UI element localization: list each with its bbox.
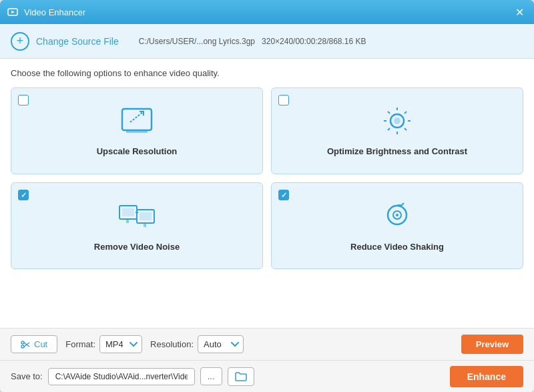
option-noise-label: Remove Video Noise	[94, 242, 180, 252]
option-upscale[interactable]: Upscale Resolution	[11, 87, 263, 174]
svg-point-27	[21, 345, 24, 348]
resolution-select[interactable]: Auto 1080p 720p 480p 360p	[198, 335, 244, 353]
checkbox-brightness[interactable]	[278, 95, 289, 106]
shaking-icon	[378, 200, 416, 234]
preview-button[interactable]: Preview	[461, 335, 523, 354]
browse-dots-button[interactable]: ...	[200, 367, 222, 385]
svg-point-26	[21, 341, 24, 344]
enhance-button[interactable]: Enhance	[450, 366, 523, 387]
option-shaking[interactable]: Reduce Video Shaking	[271, 182, 523, 269]
save-path-input[interactable]	[48, 368, 195, 385]
option-brightness[interactable]: Optimize Brightness and Contrast	[271, 87, 523, 174]
toolbar: Cut Format: MP4 AVI MOV MKV WMV Resoluti…	[0, 328, 534, 360]
format-select[interactable]: MP4 AVI MOV MKV WMV	[99, 335, 142, 353]
resolution-label: Resolution:	[150, 339, 194, 349]
svg-rect-2	[122, 109, 152, 130]
checkbox-upscale[interactable]	[18, 95, 29, 106]
option-shaking-label: Reduce Video Shaking	[350, 242, 444, 252]
svg-line-12	[405, 112, 407, 114]
app-icon	[7, 6, 19, 18]
scissors-icon	[21, 340, 30, 349]
title-bar: Video Enhancer ✕	[0, 0, 534, 24]
resolution-group: Resolution: Auto 1080p 720p 480p 360p	[150, 335, 244, 353]
svg-point-6	[394, 118, 400, 124]
svg-line-14	[405, 128, 407, 130]
svg-rect-20	[144, 223, 146, 227]
main-content: Choose the following options to enhance …	[0, 59, 534, 328]
svg-rect-19	[126, 219, 129, 223]
svg-line-4	[130, 112, 144, 122]
svg-line-11	[388, 112, 390, 114]
svg-marker-1	[11, 11, 15, 13]
change-source-label[interactable]: Change Source File	[36, 36, 119, 47]
add-source-button[interactable]: +	[11, 32, 29, 51]
options-grid: Upscale Resolution	[11, 87, 523, 269]
open-folder-button[interactable]	[228, 367, 254, 386]
save-bar: Save to: ... Enhance	[0, 360, 534, 392]
option-noise[interactable]: Remove Video Noise	[11, 182, 263, 269]
cut-button[interactable]: Cut	[11, 335, 57, 353]
save-to-label: Save to:	[11, 371, 43, 381]
source-bar: + Change Source File C:/Users/USER/...on…	[0, 24, 534, 59]
svg-rect-18	[140, 212, 152, 220]
svg-point-24	[396, 214, 398, 216]
noise-icon	[117, 200, 157, 234]
svg-line-13	[388, 128, 390, 130]
upscale-icon	[118, 106, 156, 138]
folder-icon	[235, 371, 247, 382]
option-upscale-label: Upscale Resolution	[97, 146, 178, 156]
format-label: Format:	[65, 339, 95, 349]
svg-rect-3	[126, 130, 148, 133]
close-button[interactable]: ✕	[511, 4, 527, 20]
checkbox-shaking[interactable]	[278, 190, 289, 200]
file-path: C:/Users/USER/...ong Lyrics.3gp 320×240/…	[139, 37, 366, 46]
brightness-icon	[378, 106, 416, 138]
instruction-text: Choose the following options to enhance …	[11, 68, 523, 78]
option-brightness-label: Optimize Brightness and Contrast	[327, 146, 467, 156]
checkbox-noise[interactable]	[18, 190, 29, 200]
main-window: Video Enhancer ✕ + Change Source File C:…	[0, 0, 534, 392]
window-title: Video Enhancer	[24, 7, 511, 17]
svg-rect-16	[122, 208, 134, 216]
format-group: Format: MP4 AVI MOV MKV WMV	[65, 335, 142, 353]
svg-line-25	[401, 203, 404, 206]
